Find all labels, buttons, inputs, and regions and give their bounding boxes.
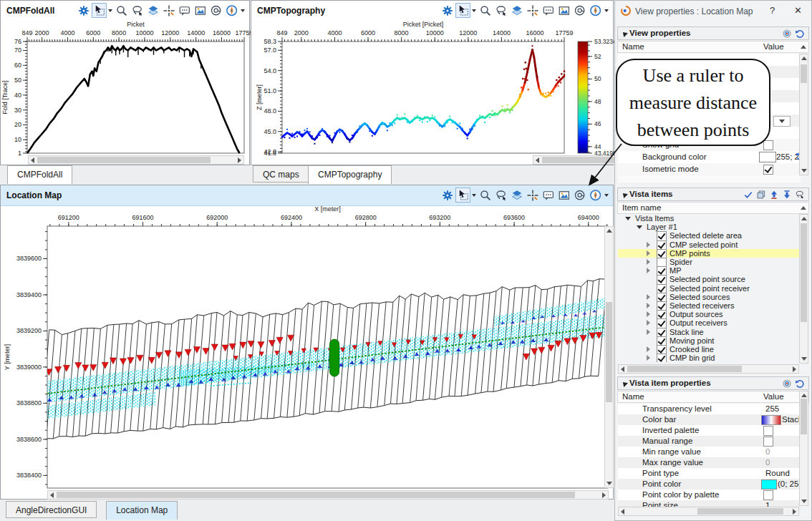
tree-expander[interactable] xyxy=(637,225,642,229)
scroll-left-arrow[interactable] xyxy=(50,492,54,498)
scroll-left-arrow[interactable] xyxy=(621,509,624,515)
export-image-icon[interactable] xyxy=(556,3,571,18)
table-vscrollbar[interactable] xyxy=(799,54,808,175)
lasso-icon[interactable] xyxy=(795,190,805,202)
tree-item-spider[interactable]: Spider xyxy=(618,258,801,266)
tree-expander[interactable] xyxy=(647,355,650,361)
checkbox-manual-range[interactable] xyxy=(763,437,773,447)
scroll-down-arrow[interactable] xyxy=(801,500,807,503)
reset-icon[interactable] xyxy=(795,29,805,41)
tree-item-cmp-points[interactable]: CMP points xyxy=(618,249,801,258)
scroll-up-arrow[interactable] xyxy=(606,229,612,233)
tree-item-vista-items[interactable]: Vista Items xyxy=(618,214,801,223)
scroll-left-arrow[interactable] xyxy=(31,157,34,163)
layers-icon[interactable] xyxy=(145,3,160,18)
scroll-left-arrow[interactable] xyxy=(621,366,624,372)
checkbox-tree-item-cmp-bin-grid[interactable] xyxy=(657,354,667,362)
tree-item-crooked-line[interactable]: Crooked line xyxy=(618,345,801,354)
crosshair-icon[interactable] xyxy=(525,3,540,18)
tree-item-layer-1[interactable]: Layer #1 xyxy=(618,223,801,231)
scroll-down-arrow[interactable] xyxy=(801,169,807,172)
zoom-icon[interactable] xyxy=(478,3,493,18)
checkbox-tree-item-cmp-selected-point[interactable] xyxy=(657,240,667,249)
select-tool-icon-dropdown[interactable] xyxy=(108,9,112,12)
move-up-icon[interactable] xyxy=(769,190,779,202)
crosshair-icon[interactable] xyxy=(161,3,176,18)
compass-icon[interactable] xyxy=(588,3,603,18)
checkbox-point-color-by-palette[interactable] xyxy=(763,490,773,500)
checkbox-tree-item-mp[interactable] xyxy=(657,266,667,275)
lasso-select-icon[interactable] xyxy=(493,188,508,203)
collapse-triangle-icon[interactable] xyxy=(621,30,628,37)
tree-expander[interactable] xyxy=(647,250,650,256)
compass-icon[interactable] xyxy=(224,3,239,18)
checkbox-tree-item-cmp-points[interactable] xyxy=(657,249,667,258)
tree-expander[interactable] xyxy=(647,303,650,308)
table-vscrollbar[interactable] xyxy=(799,214,808,364)
compass-icon-dropdown[interactable] xyxy=(241,9,245,12)
scroll-thumb[interactable] xyxy=(37,157,211,163)
checkbox-tree-item-selected-receivers[interactable] xyxy=(657,301,667,310)
tree-item-output-receivers[interactable]: Output receivers xyxy=(618,318,801,327)
select-tool-icon[interactable] xyxy=(92,3,107,18)
chevron-down-icon[interactable] xyxy=(779,120,785,123)
layers-icon[interactable] xyxy=(509,188,524,203)
zoom-icon[interactable] xyxy=(114,3,129,18)
map-vscrollbar[interactable] xyxy=(604,226,614,488)
checkbox-tree-item-stack-line[interactable] xyxy=(657,328,667,336)
scroll-thumb[interactable] xyxy=(57,492,575,498)
collapse-triangle-icon[interactable] xyxy=(621,380,628,387)
select-tool-icon[interactable] xyxy=(455,3,470,18)
crosshair-icon[interactable] xyxy=(525,188,540,203)
tree-expander[interactable] xyxy=(647,268,650,273)
comment-icon[interactable] xyxy=(541,3,556,18)
checkbox-tree-item-selected-point-source[interactable] xyxy=(657,275,667,283)
tree-item-cmp-selected-point[interactable]: CMP selected point xyxy=(618,240,801,249)
tree-expander[interactable] xyxy=(625,217,631,220)
tree-item-selected-sources[interactable]: Selected sources xyxy=(618,293,801,301)
lasso-select-icon[interactable] xyxy=(493,3,508,18)
collapse-triangle-icon[interactable] xyxy=(621,191,628,198)
layers-icon[interactable] xyxy=(509,3,524,18)
compass-icon[interactable] xyxy=(588,188,603,203)
select-tool-icon[interactable] xyxy=(455,188,470,203)
scroll-right-arrow[interactable] xyxy=(602,492,606,498)
export-image-icon[interactable] xyxy=(556,188,571,203)
tree-item-output-sources[interactable]: Output sources xyxy=(618,310,801,318)
tree-expander[interactable] xyxy=(647,259,650,265)
scroll-thumb[interactable] xyxy=(801,399,807,434)
tab-location-map[interactable]: Location Map xyxy=(106,501,178,520)
move-down-icon[interactable] xyxy=(782,190,792,202)
fold-chart-hscrollbar[interactable] xyxy=(28,155,244,165)
checkbox-tree-item-selected-delete-area[interactable] xyxy=(657,231,667,240)
item-props-hscrollbar[interactable] xyxy=(618,507,799,516)
scroll-thumb[interactable] xyxy=(606,302,612,402)
value-dropdown[interactable] xyxy=(773,116,791,127)
settings-icon[interactable] xyxy=(76,3,91,18)
scroll-thumb[interactable] xyxy=(801,223,807,322)
tree-item-mp[interactable]: MP xyxy=(618,266,801,275)
scroll-up-arrow[interactable] xyxy=(801,217,807,220)
checkbox-tree-item-spider[interactable] xyxy=(657,258,667,266)
tree-expander[interactable] xyxy=(647,329,650,335)
settings-icon[interactable] xyxy=(440,188,455,203)
tab-angledirectiongui[interactable]: AngleDirectionGUI xyxy=(6,501,97,518)
select-tool-icon-dropdown[interactable] xyxy=(472,194,476,197)
select-tool-icon-dropdown[interactable] xyxy=(472,9,476,12)
scroll-down-arrow[interactable] xyxy=(801,357,807,361)
measure-ruler-icon[interactable] xyxy=(572,188,587,203)
settings-icon[interactable] xyxy=(440,3,455,18)
compass-icon-dropdown[interactable] xyxy=(604,194,609,197)
help-button[interactable]: ? xyxy=(770,5,775,16)
tree-item-selected-receivers[interactable]: Selected receivers xyxy=(618,301,801,310)
tree-expander[interactable] xyxy=(647,311,650,317)
tree-item-selected-point-receiver[interactable]: Selected point receiver xyxy=(618,284,801,293)
tab-cmptopography[interactable]: CMPTopography xyxy=(308,165,392,184)
export-image-icon[interactable] xyxy=(193,3,208,18)
tree-item-selected-point-source[interactable]: Selected point source xyxy=(618,275,801,283)
checkbox-tree-item-moving-point[interactable] xyxy=(657,336,667,345)
table-vscrollbar[interactable] xyxy=(799,391,808,506)
checkbox-tree-item-crooked-line[interactable] xyxy=(657,345,667,354)
tree-item-moving-point[interactable]: Moving point xyxy=(618,336,801,345)
colorbar-swatch[interactable] xyxy=(761,415,781,425)
